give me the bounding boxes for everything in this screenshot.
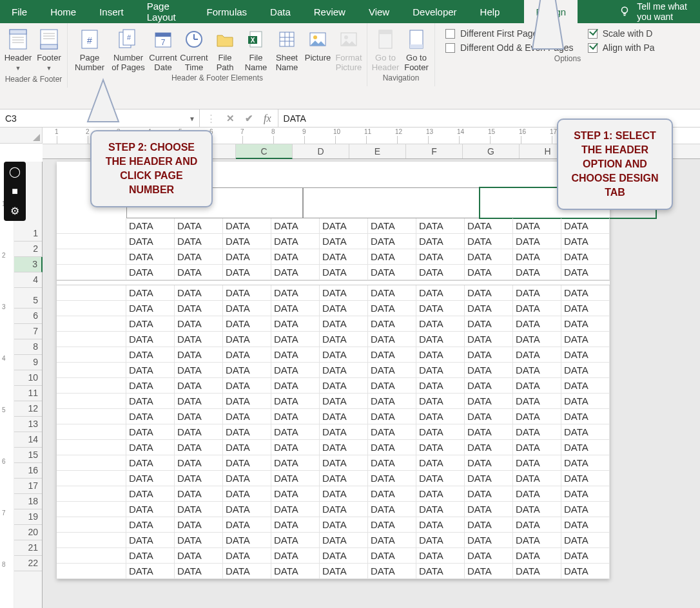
cell[interactable]: DATA (223, 234, 271, 249)
cell[interactable]: DATA (561, 316, 610, 332)
cell[interactable]: DATA (320, 533, 368, 548)
cell[interactable]: DATA (465, 285, 513, 301)
cell[interactable]: DATA (126, 285, 175, 301)
cell[interactable]: DATA (271, 471, 320, 486)
tab-insert[interactable]: Insert (88, 0, 135, 23)
cell[interactable]: DATA (561, 332, 610, 347)
cell[interactable]: DATA (175, 564, 223, 579)
cell[interactable]: DATA (175, 218, 223, 234)
cell[interactable]: DATA (416, 486, 465, 502)
row-header[interactable]: 18 (14, 494, 42, 509)
cell[interactable]: DATA (271, 316, 320, 332)
camera-icon[interactable]: ◯ (9, 166, 21, 178)
cell[interactable]: DATA (368, 564, 416, 579)
cell[interactable]: DATA (320, 424, 368, 440)
cell[interactable]: DATA (175, 394, 223, 409)
cell[interactable]: DATA (223, 378, 271, 394)
cell[interactable]: DATA (561, 440, 610, 455)
cell[interactable]: DATA (368, 440, 416, 455)
cell[interactable]: DATA (416, 285, 465, 301)
cell[interactable]: DATA (126, 517, 175, 533)
cell[interactable]: DATA (126, 548, 175, 564)
current-date-button[interactable]: 7 Current Date (148, 24, 179, 72)
cell[interactable]: DATA (126, 332, 175, 347)
cell[interactable]: DATA (465, 409, 513, 424)
cell[interactable]: DATA (320, 564, 368, 579)
cell[interactable]: DATA (175, 409, 223, 424)
cell[interactable]: DATA (368, 533, 416, 548)
row-header[interactable]: 22 (14, 556, 42, 571)
col-header-f[interactable]: F (406, 144, 463, 158)
cell[interactable]: DATA (271, 564, 320, 579)
cell[interactable]: DATA (368, 378, 416, 394)
data-grid[interactable]: DATADATADATADATADATADATADATADATADATADATA… (57, 218, 610, 280)
cell[interactable]: DATA (126, 471, 175, 486)
cell[interactable]: DATA (368, 332, 416, 347)
cell[interactable]: DATA (416, 234, 465, 249)
cell[interactable]: DATA (513, 455, 561, 471)
tab-review[interactable]: Review (302, 0, 357, 23)
cell[interactable]: DATA (271, 301, 320, 316)
cell[interactable]: DATA (513, 502, 561, 517)
cell[interactable]: DATA (126, 265, 175, 280)
cell[interactable]: DATA (175, 548, 223, 564)
cell[interactable]: DATA (416, 517, 465, 533)
goto-footer-button[interactable]: Go to Footer (401, 24, 432, 72)
cell[interactable]: DATA (465, 533, 513, 548)
row-header[interactable]: 5 (14, 293, 42, 309)
cell[interactable]: DATA (368, 363, 416, 378)
cell[interactable]: DATA (320, 249, 368, 265)
row-header[interactable]: 21 (14, 540, 42, 556)
cell[interactable]: DATA (561, 378, 610, 394)
cell[interactable]: DATA (513, 249, 561, 265)
cell[interactable]: DATA (271, 517, 320, 533)
row-header[interactable]: 10 (14, 370, 42, 386)
cell[interactable]: DATA (416, 440, 465, 455)
cell[interactable]: DATA (465, 486, 513, 502)
cell[interactable]: DATA (465, 249, 513, 265)
cell[interactable]: DATA (126, 347, 175, 363)
cell[interactable]: DATA (513, 363, 561, 378)
floating-toolbar[interactable]: ◯ ■ ⚙ (4, 162, 26, 221)
cell[interactable]: DATA (175, 440, 223, 455)
tab-home[interactable]: Home (39, 0, 88, 23)
cell[interactable]: DATA (368, 455, 416, 471)
cell[interactable]: DATA (513, 332, 561, 347)
cell[interactable]: DATA (561, 394, 610, 409)
row-header[interactable]: 8 (14, 339, 42, 355)
cell[interactable]: DATA (561, 234, 610, 249)
cell[interactable]: DATA (513, 234, 561, 249)
cell[interactable]: DATA (368, 502, 416, 517)
cell[interactable]: DATA (320, 363, 368, 378)
cell[interactable]: DATA (223, 471, 271, 486)
cell[interactable]: DATA (320, 548, 368, 564)
cell[interactable]: DATA (223, 332, 271, 347)
cell[interactable]: DATA (561, 424, 610, 440)
cell[interactable]: DATA (465, 502, 513, 517)
cell[interactable]: DATA (320, 218, 368, 234)
row-header[interactable]: 9 (14, 355, 42, 370)
cell[interactable]: DATA (223, 502, 271, 517)
cell[interactable]: DATA (175, 363, 223, 378)
cell[interactable]: DATA (223, 440, 271, 455)
cell[interactable]: DATA (175, 347, 223, 363)
cell[interactable]: DATA (465, 517, 513, 533)
cell[interactable]: DATA (561, 249, 610, 265)
cell[interactable]: DATA (561, 218, 610, 234)
cell[interactable]: DATA (175, 455, 223, 471)
cell[interactable]: DATA (368, 486, 416, 502)
row-header[interactable]: 17 (14, 479, 42, 494)
cell[interactable]: DATA (320, 471, 368, 486)
cell[interactable]: DATA (368, 249, 416, 265)
cell[interactable]: DATA (465, 548, 513, 564)
opt-align-margins[interactable]: Align with Pa (588, 43, 655, 53)
cell[interactable]: DATA (416, 394, 465, 409)
tell-me[interactable]: Tell me what you want (610, 0, 700, 23)
cell[interactable]: DATA (368, 347, 416, 363)
cell[interactable]: DATA (465, 455, 513, 471)
cell[interactable]: DATA (416, 301, 465, 316)
row-header[interactable]: 6 (14, 309, 42, 324)
cell[interactable]: DATA (561, 517, 610, 533)
cell[interactable]: DATA (320, 265, 368, 280)
cell[interactable]: DATA (561, 548, 610, 564)
